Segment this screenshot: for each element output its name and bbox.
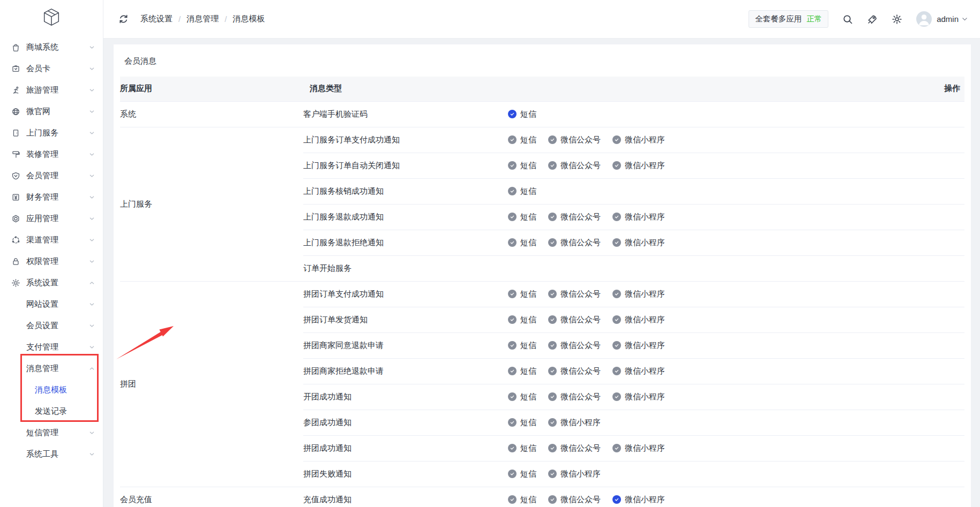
sidebar-item-10[interactable]: 权限管理 bbox=[0, 251, 103, 272]
message-type-label: 充值成功通知 bbox=[303, 487, 508, 507]
sidebar-item-11-2[interactable]: 支付管理 bbox=[0, 336, 103, 358]
channels-cell: 短信微信公众号微信小程序 bbox=[508, 204, 916, 230]
message-type-label: 参团成功通知 bbox=[303, 410, 508, 435]
channel-label: 短信 bbox=[520, 392, 536, 402]
sidebar-item-4[interactable]: 上门服务 bbox=[0, 122, 103, 143]
channel-label: 微信公众号 bbox=[560, 238, 601, 248]
chevron-down-icon bbox=[88, 130, 95, 137]
chevron-down-icon bbox=[88, 237, 95, 244]
sidebar-item-11-1[interactable]: 会员设置 bbox=[0, 315, 103, 336]
channel-indicator: 微信公众号 bbox=[548, 315, 601, 325]
channels-cell: 短信微信公众号微信小程序 bbox=[508, 281, 916, 307]
check-circle-icon bbox=[548, 341, 557, 350]
sidebar-item-1[interactable]: 会员卡 bbox=[0, 58, 103, 79]
sidebar-item-11-3[interactable]: 消息管理 bbox=[0, 358, 103, 379]
plan-status-badge[interactable]: 全套餐多应用 正常 bbox=[749, 10, 828, 28]
channel-indicator: 微信公众号 bbox=[548, 161, 601, 171]
sidebar-item-6[interactable]: 会员管理 bbox=[0, 165, 103, 186]
check-circle-icon bbox=[548, 213, 557, 221]
check-circle-icon bbox=[548, 470, 557, 478]
channel-label: 微信小程序 bbox=[560, 418, 601, 428]
check-circle-icon bbox=[508, 135, 517, 144]
sidebar-item-11-3-1[interactable]: 发送记录 bbox=[0, 400, 103, 422]
channel-indicator: 微信公众号 bbox=[548, 238, 601, 248]
breadcrumb-item-2[interactable]: 消息模板 bbox=[233, 14, 265, 24]
channel-indicator: 短信 bbox=[508, 392, 536, 402]
sidebar-item-11[interactable]: 系统设置 bbox=[0, 272, 103, 293]
chevron-down-icon bbox=[88, 194, 95, 201]
message-type-label: 订单开始服务 bbox=[303, 255, 508, 281]
channel-label: 微信小程序 bbox=[625, 161, 665, 171]
sidebar-item-label: 短信管理 bbox=[26, 428, 88, 438]
channel-indicator: 微信小程序 bbox=[548, 418, 601, 428]
channel-label: 短信 bbox=[520, 289, 536, 299]
check-circle-icon bbox=[508, 470, 517, 478]
check-circle-icon bbox=[612, 238, 621, 247]
plan-name: 全套餐多应用 bbox=[755, 14, 802, 24]
channels-cell: 短信微信公众号微信小程序 bbox=[508, 487, 916, 507]
sidebar-item-2[interactable]: 旅游管理 bbox=[0, 79, 103, 101]
check-circle-icon bbox=[612, 392, 621, 401]
check-circle-icon bbox=[508, 418, 517, 427]
breadcrumb-item-1[interactable]: 消息管理 bbox=[186, 14, 219, 24]
actions-cell bbox=[916, 487, 964, 507]
app-group-label: 拼团 bbox=[120, 281, 303, 487]
channel-indicator: 微信公众号 bbox=[548, 340, 601, 351]
topbar: 系统设置/消息管理/消息模板 全套餐多应用 正常 bbox=[103, 0, 980, 39]
channel-label: 短信 bbox=[520, 469, 536, 479]
sidebar-item-11-0[interactable]: 网站设置 bbox=[0, 293, 103, 315]
channel-label: 微信公众号 bbox=[560, 289, 601, 299]
chevron-down-icon bbox=[88, 65, 95, 72]
sidebar-item-5[interactable]: 装修管理 bbox=[0, 143, 103, 165]
channels-cell: 短信 bbox=[508, 101, 916, 127]
sidebar-item-11-4[interactable]: 短信管理 bbox=[0, 422, 103, 443]
message-type-label: 拼团订单发货通知 bbox=[303, 307, 508, 332]
channel-icon bbox=[11, 236, 20, 245]
actions-cell bbox=[916, 255, 964, 281]
sidebar-item-11-5[interactable]: 系统工具 bbox=[0, 443, 103, 465]
sidebar-item-8[interactable]: 应用管理 bbox=[0, 208, 103, 229]
actions-cell bbox=[916, 307, 964, 332]
channel-label: 微信公众号 bbox=[560, 161, 601, 171]
actions-cell bbox=[916, 384, 964, 410]
channel-indicator: 短信 bbox=[508, 186, 536, 196]
actions-cell bbox=[916, 332, 964, 358]
sidebar-item-7[interactable]: 财务管理 bbox=[0, 186, 103, 208]
search-icon[interactable] bbox=[842, 14, 853, 25]
channel-label: 微信公众号 bbox=[560, 135, 601, 145]
channel-indicator: 微信小程序 bbox=[612, 392, 665, 402]
channel-label: 短信 bbox=[520, 161, 536, 171]
channel-indicator: 微信公众号 bbox=[548, 289, 601, 299]
check-circle-icon bbox=[612, 315, 621, 324]
check-circle-icon bbox=[548, 367, 557, 375]
message-type-label: 拼团订单支付成功通知 bbox=[303, 281, 508, 307]
user-avatar[interactable] bbox=[916, 11, 932, 27]
breadcrumb-item-0[interactable]: 系统设置 bbox=[140, 14, 173, 24]
actions-cell bbox=[916, 410, 964, 435]
channel-indicator: 微信小程序 bbox=[612, 212, 665, 222]
check-circle-icon bbox=[508, 290, 517, 298]
channel-indicator: 微信公众号 bbox=[548, 495, 601, 505]
message-type-label: 拼团商家拒绝退款申请 bbox=[303, 358, 508, 384]
chevron-down-icon bbox=[88, 344, 95, 351]
settings-gear-icon[interactable] bbox=[892, 14, 902, 25]
channel-label: 微信小程序 bbox=[625, 340, 665, 351]
section-title: 会员消息 bbox=[120, 53, 964, 69]
cube-logo-icon bbox=[41, 7, 62, 29]
sidebar-item-label: 消息管理 bbox=[26, 364, 88, 374]
finance-icon bbox=[11, 193, 20, 202]
sidebar-item-label: 装修管理 bbox=[26, 149, 88, 160]
channel-indicator: 短信 bbox=[508, 135, 536, 145]
sidebar-item-0[interactable]: 商城系统 bbox=[0, 36, 103, 58]
sidebar-item-3[interactable]: 微官网 bbox=[0, 101, 103, 122]
check-circle-icon bbox=[612, 135, 621, 144]
globe-icon bbox=[11, 107, 20, 116]
user-menu[interactable]: admin bbox=[937, 14, 968, 24]
rocket-icon[interactable] bbox=[867, 14, 878, 25]
app-group-label: 上门服务 bbox=[120, 127, 303, 281]
refresh-icon[interactable] bbox=[118, 14, 129, 24]
channels-cell: 短信微信公众号微信小程序 bbox=[508, 358, 916, 384]
sidebar-item-9[interactable]: 渠道管理 bbox=[0, 229, 103, 251]
chevron-down-icon bbox=[88, 87, 95, 94]
sidebar-item-11-3-0[interactable]: 消息模板 bbox=[0, 379, 103, 400]
